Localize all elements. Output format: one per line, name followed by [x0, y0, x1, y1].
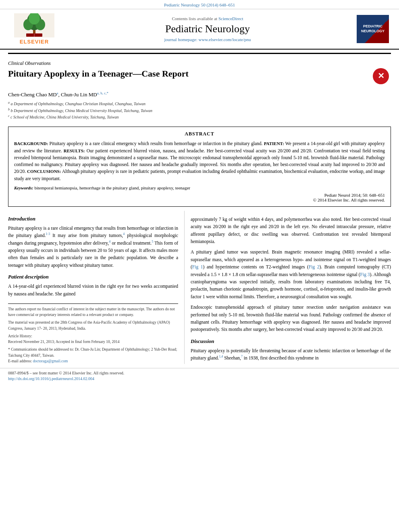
crossmark-icon: ✕: [373, 68, 389, 84]
patient-desc-heading: Patient description: [8, 274, 178, 280]
journal-homepage: journal homepage: www.elsevier.com/locat…: [64, 37, 351, 42]
keywords-label: Keywords:: [14, 185, 33, 190]
keywords-line: Keywords: bitemporal hemianopsia, hemorr…: [14, 185, 385, 190]
crossmark-badge: ✕: [373, 68, 391, 86]
abstract-title: ABSTRACT: [14, 131, 385, 137]
discussion-paragraph: Pituitary apoplexy is potentially life t…: [191, 347, 391, 362]
right-para2: A pituitary gland tumor was suspected. B…: [191, 248, 391, 300]
journal-logo-right: PEDIATRICNEUROLOGY: [355, 15, 391, 43]
affiliation-a: a a Department of Ophthalmology, Changhu…: [8, 100, 391, 107]
ref-1-4: 1,4: [219, 355, 223, 358]
patient-label: PATIENT:: [264, 141, 284, 146]
elsevier-logo: ELSEVIER: [14, 13, 54, 45]
background-label: BACKGROUND:: [14, 141, 48, 146]
results-label: RESULTS:: [64, 148, 85, 153]
journal-reference-bar: Pediatric Neurology 50 (2014) 648–651: [0, 0, 399, 9]
doi-link[interactable]: http://dx.doi.org/10.1016/j.pediatrneuro…: [8, 376, 94, 381]
left-column: Introduction Pituitary apoplexy is a rar…: [8, 211, 184, 364]
fig3-ref: Fig 3: [360, 272, 370, 277]
journal-header-center: Contents lists available at ScienceDirec…: [64, 16, 351, 42]
ref-4a: 4: [123, 232, 125, 236]
right-para3: Endoscopic transsphenoidal approach of p…: [191, 303, 391, 333]
article-title-area: Pituitary Apoplexy in a Teenager—Case Re…: [0, 67, 399, 89]
page-bottom: 0887-8994/$ – see front matter © 2014 El…: [0, 368, 399, 383]
correspondence-note: * Communications should be addressed to:…: [8, 347, 178, 358]
svg-text:✕: ✕: [378, 71, 384, 80]
issn-line: 0887-8994/$ – see front matter © 2014 El…: [8, 371, 391, 375]
author2-name: , Chun-Ju Lin MD: [58, 91, 97, 98]
intro-heading: Introduction: [8, 216, 178, 222]
intro-paragraph: Pituitary apoplexy is a rare clinical em…: [8, 224, 178, 269]
homepage-url: www.elsevier.com/locate/pnu: [198, 37, 251, 42]
fig2-ref: Fig 2: [309, 264, 320, 269]
sciencedirect-prefix: Contents lists available at: [172, 16, 217, 21]
author2-superscript: a, b, c,*: [97, 91, 108, 95]
article-type-label: Clinical Observations: [0, 57, 399, 67]
email-link[interactable]: doctoraga@gmail.com: [33, 359, 68, 363]
authors-area: Chen-Cheng Chao MDa, Chun-Ju Lin MDa, b,…: [0, 89, 399, 123]
ref-5: 5: [152, 240, 153, 243]
authors-line: Chen-Cheng Chao MDa, Chun-Ju Lin MDa, b,…: [8, 91, 391, 98]
discussion-heading: Discussion: [191, 338, 391, 345]
elsevier-logo-area: ELSEVIER: [8, 13, 60, 45]
affiliations-list: a a Department of Ophthalmology, Changhu…: [8, 100, 391, 120]
abstract-box: ABSTRACT BACKGROUND: Pituitary apoplexy …: [8, 127, 391, 207]
background-text: Pituitary apoplexy is a rare clinical em…: [50, 141, 263, 146]
conclusions-text: Although pituitary apoplexy is rare in p…: [14, 169, 385, 181]
patient-desc-paragraph: A 14-year-old girl experienced blurred v…: [8, 283, 178, 297]
sciencedirect-line: Contents lists available at ScienceDirec…: [64, 16, 351, 21]
ref-7: 7: [241, 355, 243, 358]
elsevier-brand-name: ELSEVIER: [20, 39, 49, 45]
elsevier-tree-icon: [14, 13, 54, 37]
right-para1: approximately 7 kg of weight within 4 da…: [191, 216, 391, 245]
article-history-label: Article History:: [8, 333, 178, 339]
citation-text: Pediatr Neurol 2014; 50: 648–651: [324, 193, 385, 197]
pn-logo-box: PEDIATRICNEUROLOGY: [357, 15, 389, 43]
journal-reference-text: Pediatric Neurology 50 (2014) 648–651: [164, 2, 235, 7]
received-note: Received November 21, 2013; Accepted in …: [8, 339, 178, 345]
author1-name: Chen-Cheng Chao MD: [8, 91, 57, 98]
fig1-ref: Fig 1: [192, 264, 203, 269]
journal-title: Pediatric Neurology: [64, 23, 351, 35]
copyright-text: © 2014 Elsevier Inc. All rights reserved…: [313, 197, 385, 202]
presented-note: The material was presented at the 28th C…: [8, 320, 178, 331]
keywords-text: bitemporal hemianopsia, hemorrhage in th…: [34, 185, 190, 190]
sciencedirect-link[interactable]: ScienceDirect: [218, 16, 243, 21]
article-title: Pituitary Apoplexy in a Teenager—Case Re…: [8, 68, 369, 80]
conflict-note: The authors report no financial conflict…: [8, 306, 178, 318]
body-columns: Introduction Pituitary apoplexy is a rar…: [0, 211, 399, 364]
abstract-text: BACKGROUND: Pituitary apoplexy is a rare…: [14, 140, 385, 182]
email-label: E-mail address:: [8, 359, 32, 363]
affiliation-b: b b Department of Ophthalmology, China M…: [8, 107, 391, 114]
affiliation-c: c c School of Medicine, China Medical Un…: [8, 114, 391, 120]
citation-area: Pediatr Neurol 2014; 50: 648–651 © 2014 …: [14, 193, 385, 202]
conclusions-label: CONCLUSIONS:: [27, 169, 61, 174]
ref-4b: 4: [109, 240, 110, 243]
journal-header: ELSEVIER Contents lists available at Sci…: [0, 9, 399, 50]
footnotes-area: The authors report no financial conflict…: [8, 303, 178, 364]
right-column: approximately 7 kg of weight within 4 da…: [184, 211, 391, 364]
ref-1-3: 1-3: [46, 232, 50, 236]
email-note: E-mail address: doctoraga@gmail.com: [8, 358, 178, 364]
header-divider: [8, 53, 391, 54]
homepage-label: journal homepage:: [164, 37, 197, 42]
